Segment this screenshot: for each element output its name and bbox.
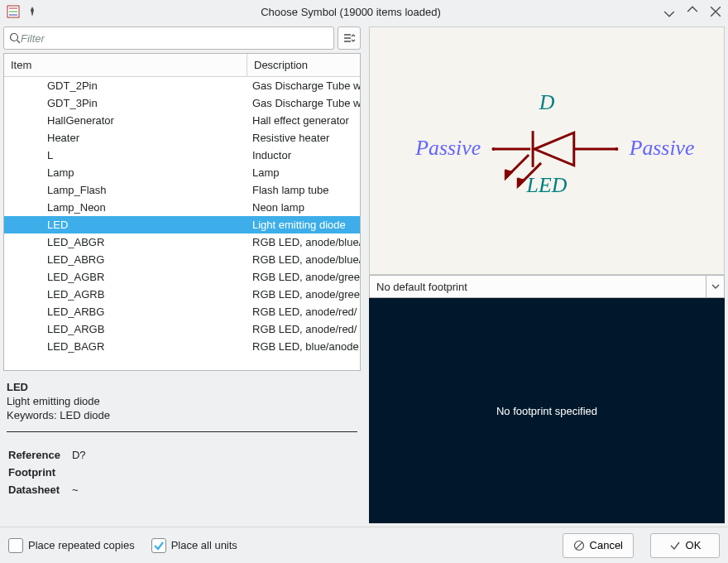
tree-cell-description: Hall effect generator: [247, 114, 360, 127]
close-button[interactable]: [710, 6, 721, 17]
tree-cell-item: LED_BAGR: [4, 340, 247, 353]
filter-icon: [342, 31, 356, 45]
tree-row[interactable]: GDT_2PinGas Discharge Tube w: [4, 77, 360, 94]
detail-datasheet-label: Datasheet: [8, 482, 70, 498]
minimize-button[interactable]: [663, 6, 675, 17]
preview-pin-right-label: Passive: [629, 136, 695, 160]
column-header-description[interactable]: Description: [247, 54, 360, 76]
footprint-combo[interactable]: No default footprint: [369, 275, 725, 298]
ok-label: OK: [686, 539, 702, 551]
detail-keywords-label: Keywords:: [7, 409, 57, 421]
tree-cell-item: L: [4, 149, 247, 161]
tree-cell-item: Lamp_Flash: [4, 184, 247, 196]
tree-cell-item: GDT_2Pin: [4, 79, 247, 92]
tree-cell-item: Lamp: [4, 166, 247, 179]
tree-row[interactable]: LEDLight emitting diode: [4, 216, 360, 233]
tree-row[interactable]: LampLamp: [4, 164, 360, 181]
svg-line-17: [576, 542, 582, 549]
tree-cell-item: LED_ABGR: [4, 236, 247, 248]
search-input[interactable]: [21, 32, 328, 45]
detail-datasheet-value: ~: [72, 482, 96, 498]
tree-row[interactable]: LED_ARBGRGB LED, anode/red/: [4, 303, 360, 320]
tree-body[interactable]: GDT_2PinGas Discharge Tube wGDT_3PinGas …: [4, 77, 360, 370]
cancel-icon: [573, 540, 585, 551]
tree-cell-description: RGB LED, blue/anode: [247, 340, 360, 353]
tree-row[interactable]: LED_ARGBRGB LED, anode/red/: [4, 320, 360, 338]
details-separator: [7, 431, 357, 432]
footprint-combo-text: No default footprint: [370, 276, 706, 297]
bottom-bar: Place repeated copies Place all units Ca…: [0, 527, 728, 563]
symbol-tree: Item Description GDT_2PinGas Discharge T…: [3, 53, 361, 371]
svg-point-4: [11, 34, 18, 41]
tree-cell-description: Lamp: [247, 166, 360, 179]
tree-cell-description: Gas Discharge Tube w: [247, 79, 360, 92]
detail-row-reference: Reference D?: [8, 447, 96, 463]
left-panel: Item Description GDT_2PinGas Discharge T…: [0, 23, 364, 527]
footprint-preview[interactable]: No footprint specified: [369, 298, 725, 523]
search-row: [3, 26, 361, 50]
tree-cell-item: Heater: [4, 132, 247, 144]
tree-cell-item: LED_AGBR: [4, 271, 247, 283]
svg-line-5: [17, 41, 21, 44]
cancel-button[interactable]: Cancel: [563, 533, 634, 558]
tree-cell-item: Lamp_Neon: [4, 201, 247, 214]
tree-row[interactable]: LED_ABGRRGB LED, anode/blue/: [4, 233, 360, 251]
tree-cell-item: LED_ABRG: [4, 253, 247, 266]
preview-refdes: D: [539, 90, 555, 114]
tree-row[interactable]: HallGeneratorHall effect generator: [4, 112, 360, 129]
chevron-down-icon: [711, 282, 720, 291]
window-title: Choose Symbol (19000 items loaded): [45, 6, 657, 18]
detail-reference-label: Reference: [8, 447, 70, 463]
svg-point-15: [615, 147, 618, 151]
tree-row[interactable]: LInductor: [4, 147, 360, 164]
tree-row[interactable]: LED_ABRGRGB LED, anode/blue/: [4, 251, 360, 268]
place-all-units-label: Place all units: [171, 539, 237, 551]
tree-cell-item: LED_ARBG: [4, 306, 247, 318]
place-all-units-checkbox[interactable]: Place all units: [151, 538, 237, 553]
cancel-label: Cancel: [590, 539, 623, 551]
tree-row[interactable]: HeaterResistive heater: [4, 129, 360, 147]
tree-row[interactable]: GDT_3PinGas Discharge Tube w: [4, 94, 360, 112]
tree-row[interactable]: Lamp_NeonNeon lamp: [4, 199, 360, 216]
search-icon: [9, 32, 21, 44]
maximize-button[interactable]: [687, 6, 698, 17]
footprint-combo-arrow[interactable]: [706, 276, 724, 297]
symbol-preview[interactable]: D LED Passive Passive: [369, 26, 725, 275]
column-header-item[interactable]: Item: [4, 54, 247, 76]
tree-cell-item: GDT_3Pin: [4, 97, 247, 109]
tree-row[interactable]: Lamp_FlashFlash lamp tube: [4, 181, 360, 199]
titlebar: Choose Symbol (19000 items loaded): [0, 0, 728, 23]
ok-button[interactable]: OK: [650, 533, 720, 558]
tree-cell-description: Light emitting diode: [247, 219, 360, 231]
place-repeated-checkbox[interactable]: Place repeated copies: [8, 538, 135, 553]
details-table: Reference D? Footprint Datasheet ~: [7, 445, 98, 499]
tree-row[interactable]: LED_BAGRRGB LED, blue/anode: [4, 338, 360, 355]
tree-cell-description: Gas Discharge Tube w: [247, 97, 360, 109]
place-repeated-label: Place repeated copies: [28, 539, 135, 551]
app-icon: [7, 5, 20, 18]
footprint-preview-message: No footprint specified: [496, 405, 597, 417]
detail-footprint-value: [72, 464, 96, 480]
checkbox-icon: [151, 538, 166, 553]
detail-footprint-label: Footprint: [8, 464, 70, 480]
detail-row-footprint: Footprint: [8, 464, 96, 480]
app-icon-svg: [7, 5, 20, 18]
detail-description: Light emitting diode: [7, 395, 357, 407]
main-area: Item Description GDT_2PinGas Discharge T…: [0, 23, 728, 527]
tree-cell-item: LED_ARGB: [4, 323, 247, 335]
detail-keywords: Keywords: LED diode: [7, 409, 357, 421]
tree-cell-description: Resistive heater: [247, 132, 360, 144]
detail-keywords-value: LED diode: [60, 409, 110, 421]
search-box[interactable]: [3, 26, 334, 50]
filter-options-button[interactable]: [338, 26, 361, 50]
tree-row[interactable]: LED_AGRBRGB LED, anode/gree: [4, 286, 360, 303]
tree-cell-description: RGB LED, anode/gree: [247, 288, 360, 301]
tree-row[interactable]: LED_AGBRRGB LED, anode/gree: [4, 268, 360, 286]
tree-cell-description: RGB LED, anode/blue/: [247, 236, 360, 248]
tree-cell-item: LED: [4, 219, 247, 231]
pin-icon[interactable]: [26, 6, 38, 17]
tree-cell-description: RGB LED, anode/red/: [247, 323, 360, 335]
detail-name: LED: [7, 381, 357, 393]
detail-row-datasheet: Datasheet ~: [8, 482, 96, 498]
details-panel: LED Light emitting diode Keywords: LED d…: [3, 374, 361, 523]
